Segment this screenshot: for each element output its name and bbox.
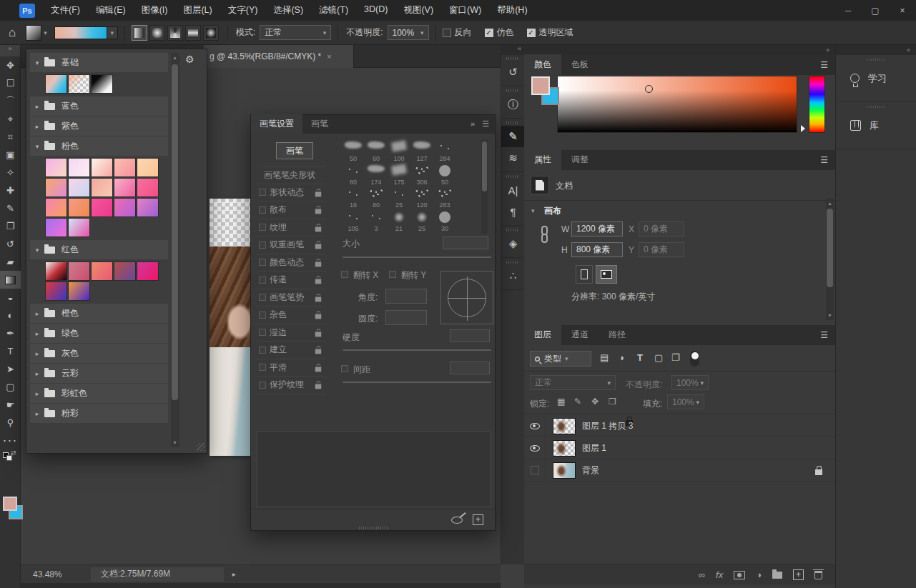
- blur-tool[interactable]: ◒: [0, 289, 21, 307]
- brush-option-10[interactable]: 平滑: [257, 359, 326, 377]
- gradient-swatch-3-3[interactable]: [114, 158, 136, 177]
- brush-panel-tab-0[interactable]: 画笔设置: [251, 114, 302, 134]
- lock-icon[interactable]: [315, 314, 322, 319]
- pen-tool[interactable]: ✒: [0, 324, 21, 342]
- brush-option-checkbox[interactable]: [259, 224, 266, 231]
- panel-menu-icon[interactable]: ☰: [482, 119, 489, 129]
- brush-preset-0-1[interactable]: 60: [365, 139, 388, 162]
- edit-toolbar-icon[interactable]: • • •: [0, 437, 20, 444]
- brush-preset-2-1[interactable]: 80: [365, 186, 388, 209]
- gradient-swatch-3-16[interactable]: [68, 218, 90, 237]
- brush-option-checkbox[interactable]: [259, 329, 266, 336]
- swap-colors-control[interactable]: ⇄: [3, 451, 17, 461]
- share-icon[interactable]: ∴: [501, 265, 525, 286]
- document-info[interactable]: 文档:2.75M/7.69M: [91, 567, 224, 582]
- brush-preset-1-3[interactable]: 306: [410, 163, 433, 186]
- lasso-tool[interactable]: ⌒: [0, 92, 21, 110]
- scroll-up-icon[interactable]: ▴: [171, 54, 179, 61]
- layer-thumbnail[interactable]: [553, 462, 576, 479]
- minimize-button[interactable]: ─: [834, 0, 862, 21]
- brush-preset-3-3[interactable]: 25: [410, 209, 433, 232]
- brush-option-checkbox[interactable]: [259, 312, 266, 319]
- crop-tool[interactable]: ⌗: [0, 128, 21, 146]
- layers-tab-2[interactable]: 路径: [599, 324, 636, 345]
- add-layer-mask-icon[interactable]: [734, 571, 745, 579]
- layer-filter-type-select[interactable]: 类型 ▾: [530, 351, 591, 367]
- brush-preset-3-0[interactable]: 105: [342, 209, 365, 232]
- toolbar-collapse-icon[interactable]: »: [0, 45, 20, 56]
- gradient-swatch-3-11[interactable]: [68, 198, 90, 217]
- height-field[interactable]: 800 像素: [571, 242, 623, 257]
- scroll-down-icon[interactable]: ▾: [171, 439, 179, 446]
- gradient-swatch-3-6[interactable]: [68, 178, 90, 197]
- color-tab-1[interactable]: 色板: [561, 54, 599, 75]
- foreground-color-swatch[interactable]: [3, 497, 17, 511]
- tool-preset-picker[interactable]: ▾: [26, 25, 47, 41]
- home-icon[interactable]: ⌂: [9, 26, 16, 40]
- maximize-button[interactable]: ▢: [862, 0, 889, 21]
- gradient-group-1[interactable]: ▸蓝色: [30, 96, 168, 116]
- gradient-preview[interactable]: [54, 26, 107, 39]
- brush-preset-0-4[interactable]: 284: [433, 139, 456, 162]
- gradient-swatch-0-1[interactable]: [68, 74, 90, 94]
- filter-adjustment-icon[interactable]: ◑: [619, 352, 624, 363]
- live-tip-preview-icon[interactable]: [451, 517, 463, 524]
- chevron-down-icon[interactable]: ▾: [531, 207, 535, 214]
- properties-scrollbar[interactable]: ▴ ▾: [826, 199, 834, 320]
- gradient-group-10[interactable]: ▸粉彩: [30, 404, 168, 423]
- eyedropper-tool[interactable]: ✧: [0, 164, 21, 181]
- panel-menu-icon[interactable]: ☰: [820, 330, 828, 340]
- gradient-swatch-0-0[interactable]: [45, 74, 67, 94]
- brush-option-checkbox[interactable]: [259, 276, 266, 284]
- hue-slider-pointer[interactable]: [801, 125, 805, 132]
- gradient-group-8[interactable]: ▸云彩: [30, 364, 168, 383]
- layer-effects-icon[interactable]: fx: [716, 569, 723, 580]
- frame-tool[interactable]: ▣: [0, 146, 21, 164]
- document-tab[interactable]: g @ 43.5%(RGB/8#/CMYK) * ×: [204, 45, 354, 68]
- delete-layer-icon[interactable]: [814, 571, 822, 579]
- brush-option-checkbox[interactable]: [259, 382, 266, 389]
- layer-name[interactable]: 图层 1 拷贝 3: [582, 420, 633, 432]
- color-tab-0[interactable]: 颜色: [524, 54, 561, 75]
- gradient-group-6[interactable]: ▸绿色: [30, 324, 168, 343]
- portrait-orientation-button[interactable]: [576, 265, 593, 284]
- paragraph-icon[interactable]: ¶: [501, 201, 525, 222]
- brush-preset-1-4[interactable]: 50: [433, 163, 456, 186]
- gradient-swatch-3-4[interactable]: [137, 158, 159, 177]
- canvas-document[interactable]: [210, 199, 250, 456]
- object-selection-tool[interactable]: ⌖: [0, 110, 21, 128]
- rail-collapse-icon[interactable]: «: [836, 45, 916, 55]
- lock-icon[interactable]: [315, 279, 322, 284]
- foreground-color-chip[interactable]: [531, 76, 550, 95]
- radial-gradient-button[interactable]: [149, 25, 165, 41]
- filter-image-icon[interactable]: ▤: [600, 352, 609, 363]
- lock-icon[interactable]: [315, 367, 322, 372]
- brush-option-11[interactable]: 保护纹理: [257, 377, 326, 394]
- filter-text-icon[interactable]: T: [637, 352, 643, 363]
- zoom-tool[interactable]: ⚲: [0, 414, 21, 432]
- panel-resize-grip[interactable]: [359, 527, 388, 529]
- gradient-swatch-3-12[interactable]: [91, 198, 113, 217]
- layer-name[interactable]: 图层 1: [582, 442, 606, 454]
- panel-collapse-icon[interactable]: »: [471, 119, 475, 129]
- gradient-swatch-3-9[interactable]: [137, 178, 159, 197]
- new-layer-icon[interactable]: +: [793, 569, 804, 580]
- layers-tab-1[interactable]: 通道: [561, 324, 599, 345]
- info-icon[interactable]: ⓘ: [501, 94, 525, 115]
- lock-icon[interactable]: [315, 226, 322, 231]
- reflected-gradient-button[interactable]: [185, 25, 201, 41]
- gradient-picker-button[interactable]: ▾: [107, 26, 118, 39]
- brush-preset-2-4[interactable]: 283: [433, 186, 456, 209]
- menu-item-4[interactable]: 文字(Y): [221, 1, 265, 19]
- gradient-swatch-3-1[interactable]: [68, 158, 90, 177]
- 仿色-checkbox[interactable]: ✓: [485, 29, 493, 37]
- history-icon[interactable]: ↺: [501, 61, 525, 83]
- brush-option-3[interactable]: 双重画笔: [257, 236, 326, 254]
- brush-option-checkbox[interactable]: [259, 189, 266, 196]
- brush-angle-preview[interactable]: [440, 271, 493, 324]
- layer-thumbnail[interactable]: [553, 440, 576, 457]
- panel-resize-grip[interactable]: [197, 443, 205, 452]
- properties-tab-0[interactable]: 属性: [524, 149, 561, 170]
- gradient-tool[interactable]: [0, 271, 21, 289]
- brush-option-checkbox[interactable]: [259, 259, 266, 266]
